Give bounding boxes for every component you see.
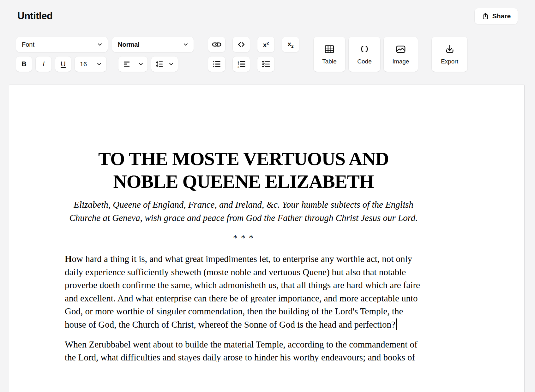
document-name[interactable]: Untitled (17, 10, 52, 22)
paragraph-style-value: Normal (118, 41, 140, 48)
formatting-toolbar: Font Normal B I U 16 (16, 37, 467, 72)
font-family-value: Font (22, 41, 34, 48)
doc-subtitle: Elizabeth, Queene of England, France, an… (65, 198, 422, 224)
insert-image-button[interactable]: Image (384, 37, 418, 72)
image-icon (395, 44, 406, 55)
code-label: Code (357, 58, 371, 65)
chevron-down-icon (96, 61, 102, 67)
bullet-list-button[interactable] (208, 56, 225, 72)
text-align-dropdown[interactable] (118, 56, 147, 72)
superscript-glyph: x2 (263, 41, 269, 48)
toolbar-divider (201, 37, 201, 72)
document-content: TO THE MOSTE VERTUOUS ANDNOBLE QUEENE EL… (65, 147, 422, 364)
toolbar-divider (114, 56, 114, 72)
code-brackets-icon (237, 40, 246, 49)
insert-code-block-button[interactable]: Code (349, 37, 380, 72)
bullet-list-icon (212, 60, 221, 68)
chevron-down-icon (168, 61, 174, 67)
share-icon (482, 12, 489, 20)
export-button[interactable]: Export (432, 37, 467, 72)
export-label: Export (441, 58, 458, 65)
subscript-glyph: x2 (288, 40, 294, 48)
numbered-list-button[interactable]: 1 2 3 (233, 56, 250, 72)
paragraph-style-dropdown[interactable]: Normal (112, 37, 194, 52)
text-cursor (396, 318, 397, 330)
line-spacing-dropdown[interactable] (151, 56, 178, 72)
checklist-button[interactable] (257, 56, 274, 72)
export-download-icon (444, 44, 455, 55)
section-divider: * * * (65, 231, 422, 245)
top-bar: Untitled Share (0, 0, 535, 30)
font-size-value: 16 (80, 61, 87, 68)
link-icon (212, 40, 221, 49)
table-label: Table (322, 58, 336, 65)
svg-text:3: 3 (237, 65, 239, 68)
document-canvas[interactable]: TO THE MOSTE VERTUOUS ANDNOBLE QUEENE EL… (9, 85, 525, 392)
toolbar-divider (307, 37, 307, 72)
subscript-button[interactable]: x2 (282, 37, 299, 52)
doc-heading: TO THE MOSTE VERTUOUS ANDNOBLE QUEENE EL… (65, 147, 422, 193)
table-icon (324, 44, 335, 55)
superscript-button[interactable]: x2 (257, 37, 274, 52)
numbered-list-icon: 1 2 3 (237, 60, 246, 68)
line-spacing-icon (156, 60, 163, 68)
image-label: Image (393, 58, 409, 65)
link-button[interactable] (208, 37, 225, 52)
share-button[interactable]: Share (475, 8, 518, 24)
paragraph: When Zerubbabel went about to builde the… (65, 338, 422, 364)
share-label: Share (492, 12, 511, 20)
drop-initial: H (65, 254, 72, 264)
italic-button[interactable]: I (36, 56, 51, 72)
paragraph: How hard a thing it is, and what great i… (65, 252, 422, 331)
inline-code-button[interactable] (233, 37, 250, 52)
toolbar-divider (425, 37, 425, 72)
align-left-icon (123, 60, 130, 68)
curly-braces-icon (359, 44, 370, 55)
bold-button[interactable]: B (16, 56, 32, 72)
underline-button[interactable]: U (55, 56, 71, 72)
chevron-down-icon (183, 42, 189, 47)
chevron-down-icon (138, 61, 144, 67)
toolbar-left-group: Font Normal B I U 16 (16, 37, 194, 72)
toolbar-middle-group: x2 x2 1 2 3 (208, 37, 299, 72)
chevron-down-icon (97, 42, 103, 47)
font-size-dropdown[interactable]: 16 (75, 56, 106, 72)
font-family-dropdown[interactable]: Font (16, 37, 108, 52)
insert-table-button[interactable]: Table (314, 37, 345, 72)
checklist-icon (261, 60, 270, 68)
